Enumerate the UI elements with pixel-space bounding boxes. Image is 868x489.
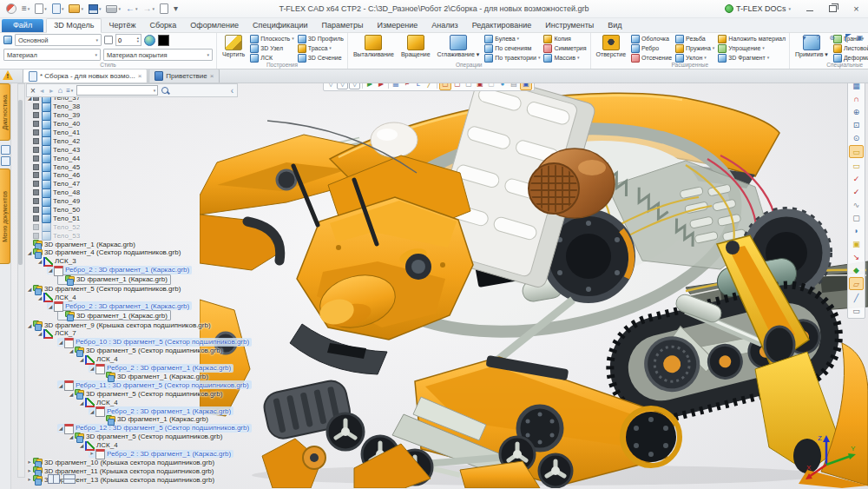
material-edit-icon[interactable]: ◆: [850, 264, 863, 275]
new-document-icon[interactable]: ▾: [33, 3, 49, 15]
tree-row[interactable]: 3D фрагмент_1 (Каркас.grb): [57, 310, 171, 320]
app-menu-icon[interactable]: [4, 3, 18, 15]
button-3D Профиль[interactable]: 3D Профиль: [298, 35, 344, 43]
tree-row[interactable]: Тело_53: [26, 231, 80, 240]
tree-row[interactable]: ◢Ребро_2 : 3D фрагмент_1 (Каркас.grb): [47, 301, 192, 310]
tree-row[interactable]: Тело_50: [26, 206, 80, 215]
tree-row[interactable]: 3D фрагмент_1 (Каркас.grb): [99, 373, 208, 381]
tree-viewmode-button[interactable]: ≡▾: [66, 87, 73, 95]
expand-toggle[interactable]: ◢: [78, 356, 85, 362]
ribbon-collapse-icon[interactable]: ▾: [799, 34, 809, 42]
expand-toggle[interactable]: ◢: [26, 286, 33, 292]
button-По сечениям[interactable]: По сечениям: [484, 44, 540, 52]
magnet-icon[interactable]: ∩: [850, 93, 863, 104]
tree-row[interactable]: ◢ЛСК_4: [78, 441, 118, 450]
tab-Редактирование[interactable]: Редактирование: [465, 19, 539, 32]
tree-row[interactable]: 3D фрагмент_1 (Каркас.grb): [26, 240, 135, 248]
expand-toggle[interactable]: ◢: [26, 322, 33, 328]
render-color-icon[interactable]: [144, 35, 155, 46]
tree-collapse-button[interactable]: ‹: [231, 86, 233, 96]
button-Выталкивание[interactable]: Выталкивание: [352, 34, 396, 61]
color-swatch[interactable]: [158, 35, 169, 46]
tree-row[interactable]: ◢3D фрагмент_5 (Сектор подшипников.grb): [68, 433, 222, 441]
diagnostics-warning-icon[interactable]: [3, 70, 13, 80]
expand-toggle[interactable]: ◢: [57, 425, 64, 431]
expand-toggle[interactable]: ◢: [47, 267, 54, 273]
check-model-icon[interactable]: ✓: [850, 173, 863, 184]
button-Вращение[interactable]: Вращение: [399, 34, 432, 61]
undo-icon[interactable]: ←▾: [124, 3, 140, 14]
tree-row[interactable]: ◢3D фрагмент_4 (Сектор подшипников.grb): [26, 248, 181, 257]
tree-row[interactable]: ▸Ребро_2 : 3D фрагмент_1 (Каркас.grb): [89, 450, 233, 459]
expand-toggle[interactable]: ◢: [68, 391, 75, 397]
snap-icon[interactable]: ▭: [849, 145, 864, 158]
expand-toggle[interactable]: ◢: [36, 258, 43, 264]
tree-row[interactable]: ◢3D фрагмент_5 (Сектор подшипников.grb): [68, 389, 222, 398]
expand-toggle[interactable]: ◢: [78, 442, 85, 448]
button-Отверстие[interactable]: Отверстие: [595, 34, 628, 61]
print-icon[interactable]: ▾: [104, 4, 122, 14]
check-assembly-icon[interactable]: ✓: [850, 186, 863, 197]
button-Резьба[interactable]: Резьба: [675, 35, 714, 43]
expand-toggle[interactable]: ◢: [57, 339, 64, 345]
tree-back-button[interactable]: ◄: [39, 88, 45, 94]
save-icon[interactable]: ▾: [87, 3, 103, 15]
button-Уклон[interactable]: Уклон▾: [675, 54, 714, 62]
tree-row[interactable]: Тело_42: [26, 136, 80, 145]
tree-row[interactable]: ◢ЛСК_3: [36, 257, 76, 266]
expand-toggle[interactable]: ◢: [89, 365, 95, 371]
clip-plane-icon[interactable]: ▣: [850, 238, 863, 249]
visibility-checkbox[interactable]: [33, 215, 39, 221]
visibility-checkbox[interactable]: [33, 207, 39, 213]
new-from-prototype-icon[interactable]: ▾: [50, 3, 66, 15]
tree-scrollbar[interactable]: [17, 83, 25, 478]
qat-more-icon[interactable]: ▾: [172, 3, 180, 14]
tools-icon[interactable]: ╱: [850, 292, 863, 303]
tab-Измерение[interactable]: Измерение: [370, 19, 424, 32]
button-Массив[interactable]: Массив▾: [543, 54, 586, 62]
close-icon[interactable]: ×: [210, 72, 214, 80]
button-Листовой металл[interactable]: Листовой металл▾: [833, 44, 868, 52]
tree-row[interactable]: Тело_46: [26, 171, 80, 180]
tab-Вид[interactable]: Вид: [601, 19, 628, 32]
tree-row[interactable]: ▸3D фрагмент_10 (Крышка сектора подшипни…: [26, 458, 214, 466]
button-3D Фрагмент[interactable]: 3D Фрагмент▾: [718, 54, 786, 62]
tab-Чертёж[interactable]: Чертёж: [102, 19, 142, 32]
button-Ребро[interactable]: Ребро: [631, 44, 672, 52]
button-Пружина[interactable]: Пружина▾: [675, 44, 714, 52]
tree-row[interactable]: Тело_41: [26, 129, 80, 137]
expand-toggle[interactable]: ◢: [47, 303, 54, 309]
close-button[interactable]: ×: [845, 1, 868, 17]
button-Булева[interactable]: Булева▾: [484, 35, 540, 43]
tree-scrollbar-thumb[interactable]: [18, 100, 23, 265]
tflex-docs-button[interactable]: T-FLEX DOCs ▾: [718, 4, 798, 13]
tree-row[interactable]: Тело_38: [26, 102, 80, 111]
tree-row[interactable]: ◢Ребро_2 : 3D фрагмент_1 (Каркас.grb): [89, 406, 233, 415]
section-view-icon[interactable]: ▱: [849, 277, 864, 290]
tab-3D Модель[interactable]: 3D Модель: [46, 18, 102, 33]
tree-home-button[interactable]: ⌂: [58, 86, 62, 95]
notifications-flag-icon[interactable]: [841, 34, 851, 42]
visibility-checkbox[interactable]: [33, 155, 39, 162]
coating-select[interactable]: Материал покрытия▾: [103, 49, 213, 61]
tree-row[interactable]: 3D фрагмент_1 (Каркас.grb): [57, 274, 171, 285]
visibility-checkbox[interactable]: [33, 172, 39, 178]
visibility-checkbox[interactable]: [33, 189, 39, 195]
button-Отсечение[interactable]: Отсечение: [631, 54, 672, 62]
snap-small-icon[interactable]: ▭: [850, 160, 863, 171]
style-select[interactable]: Основной▾: [15, 34, 102, 46]
sidebar-tab-document-menu[interactable]: Меню документов: [0, 169, 10, 264]
material-select[interactable]: Материал▾: [3, 49, 101, 61]
zoom-window-icon[interactable]: ⊡: [850, 119, 863, 130]
open-icon[interactable]: ▾: [67, 3, 85, 14]
expand-toggle[interactable]: ◢: [68, 347, 75, 354]
tree-row[interactable]: ◢Ребро_11 : 3D фрагмент_5 (Сектор подшип…: [57, 380, 252, 389]
tree-row[interactable]: Тело_40: [26, 120, 80, 129]
expand-toggle[interactable]: ◢: [26, 249, 33, 255]
expand-toggle[interactable]: ◢: [78, 400, 85, 406]
document-tab[interactable]: Приветствие×: [148, 69, 220, 83]
help-icon[interactable]: ?: [813, 34, 823, 42]
visibility-checkbox[interactable]: [33, 138, 39, 144]
camera-icon[interactable]: ▭: [850, 305, 863, 316]
zoom-all-icon[interactable]: ⊙: [850, 132, 863, 143]
